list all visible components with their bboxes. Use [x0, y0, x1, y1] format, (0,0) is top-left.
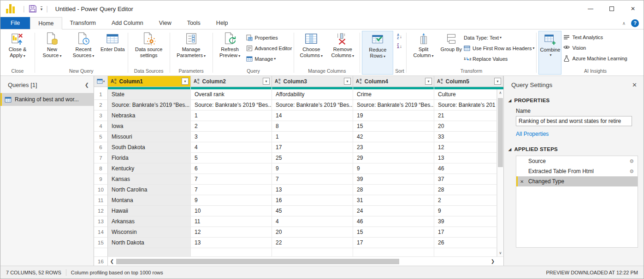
cell[interactable]: Montana — [108, 195, 191, 206]
cell[interactable]: 25 — [272, 153, 353, 163]
cell[interactable]: 42 — [353, 132, 434, 142]
column-header-column4[interactable]: ABCColumn4▾ — [353, 76, 434, 87]
cell[interactable]: 11 — [191, 216, 272, 227]
cell[interactable]: Wisconsin — [108, 227, 191, 238]
azure-machine-learning-button[interactable]: Azure Machine Learning — [563, 54, 627, 63]
row-number[interactable]: 10 — [94, 185, 108, 195]
sort-ascending-button[interactable]: AZ↓ — [397, 34, 402, 40]
close-and-apply-button[interactable]: Close & Apply▾ — [2, 31, 33, 58]
cell[interactable]: 22 — [272, 238, 353, 248]
cell[interactable]: Affordability — [272, 89, 353, 100]
applied-steps-section-header[interactable]: ◢ APPLIED STEPS — [508, 146, 644, 152]
cell[interactable]: 37 — [434, 174, 497, 185]
choose-columns-button[interactable]: Choose Columns▾ — [296, 31, 326, 58]
cell[interactable]: 46 — [434, 163, 497, 174]
help-icon[interactable]: ? — [631, 19, 639, 27]
use-first-row-as-headers-button[interactable]: Use First Row as Headers▾ — [464, 44, 534, 52]
cell[interactable]: 7 — [191, 174, 272, 185]
vision-button[interactable]: Vision — [563, 43, 627, 52]
cell[interactable]: Source: Bankrate’s 2019 “Bes... — [272, 100, 353, 110]
cell[interactable]: 23 — [353, 142, 434, 153]
gear-icon[interactable]: ⚙ — [629, 158, 634, 164]
cell[interactable]: 9 — [191, 195, 272, 206]
cell[interactable]: Florida — [108, 153, 191, 163]
properties-section-header[interactable]: ◢ PROPERTIES — [508, 98, 644, 103]
tab-home[interactable]: Home — [30, 17, 62, 29]
cell[interactable]: 45 — [272, 206, 353, 216]
combine-button[interactable]: Combine ▾ — [538, 31, 561, 75]
row-number[interactable]: 12 — [94, 206, 108, 216]
cell[interactable]: 19 — [353, 110, 434, 121]
minimize-button[interactable]: — — [580, 0, 601, 17]
recent-sources-button[interactable]: Recent Sources▾ — [68, 31, 99, 58]
save-icon[interactable] — [29, 5, 37, 13]
scroll-up-icon[interactable]: ∧ — [497, 89, 503, 96]
collapse-ribbon-icon[interactable]: ∧ — [622, 21, 626, 26]
replace-values-button[interactable]: 1↳2 Replace Values — [464, 54, 534, 63]
cell[interactable]: State — [108, 89, 191, 100]
split-column-button[interactable]: Split Column▾ — [408, 31, 439, 58]
cell[interactable]: 13 — [434, 153, 497, 163]
cell[interactable]: 9 — [434, 206, 497, 216]
close-button[interactable]: ✕ — [622, 0, 644, 17]
all-properties-link[interactable]: All Properties — [516, 131, 644, 137]
delete-step-icon[interactable]: ✕ — [520, 179, 524, 184]
column-header-column1[interactable]: ABCColumn1▾ — [108, 76, 191, 87]
horizontal-scroll-track[interactable] — [116, 258, 489, 265]
cell[interactable]: 15 — [353, 227, 434, 238]
scroll-right-icon[interactable]: ❯ — [489, 259, 497, 264]
row-number[interactable]: 8 — [94, 163, 108, 174]
tab-add-column[interactable]: Add Column — [104, 17, 151, 29]
advanced-editor-button[interactable]: Advanced Editor — [246, 44, 292, 52]
vertical-scrollbar[interactable]: ∧ ∨ — [497, 89, 503, 256]
cell[interactable]: Missouri — [108, 132, 191, 142]
applied-step[interactable]: Extracted Table From Html ⚙ — [516, 166, 638, 176]
cell[interactable]: 17 — [353, 238, 434, 248]
cell[interactable]: 7 — [272, 174, 353, 185]
tab-view[interactable]: View — [151, 17, 179, 29]
cell[interactable]: 17 — [434, 227, 497, 238]
cell[interactable]: 26 — [434, 238, 497, 248]
horizontal-scroll-thumb[interactable] — [116, 259, 399, 264]
collapse-pane-icon[interactable]: ❮ — [85, 82, 89, 88]
cell[interactable]: 20 — [434, 121, 497, 132]
cell[interactable]: 12 — [191, 227, 272, 238]
row-number[interactable]: 15 — [94, 238, 108, 248]
close-pane-icon[interactable]: ✕ — [632, 81, 637, 88]
cell[interactable]: Kansas — [108, 174, 191, 185]
cell[interactable]: 1 — [191, 110, 272, 121]
filter-icon[interactable]: ▾ — [344, 78, 351, 85]
data-source-settings-button[interactable]: Data source settings — [130, 31, 168, 58]
row-number[interactable]: 9 — [94, 174, 108, 185]
vertical-scroll-thumb[interactable] — [498, 98, 503, 167]
cell[interactable]: 4 — [191, 142, 272, 153]
applied-step[interactable]: ✕ Changed Type — [516, 176, 638, 186]
cell[interactable]: 29 — [353, 153, 434, 163]
vertical-scroll-track[interactable] — [497, 96, 503, 250]
cell[interactable]: Kentucky — [108, 163, 191, 174]
cell[interactable]: 20 — [272, 227, 353, 238]
cell[interactable]: 31 — [353, 195, 434, 206]
sort-descending-button[interactable]: ZA↓ — [397, 43, 402, 50]
cell[interactable]: Overall rank — [191, 89, 272, 100]
row-number[interactable]: 1 — [94, 89, 108, 100]
cell[interactable]: 17 — [272, 142, 353, 153]
manage-button[interactable]: Manage▾ — [246, 54, 292, 63]
cell[interactable]: 2 — [191, 121, 272, 132]
scroll-left-icon[interactable]: ❮ — [108, 259, 116, 264]
row-number[interactable]: 5 — [94, 132, 108, 142]
cell[interactable]: 6 — [191, 163, 272, 174]
row-number[interactable]: 2 — [94, 100, 108, 110]
filter-icon[interactable]: ▾ — [425, 78, 432, 85]
row-number[interactable]: 14 — [94, 227, 108, 238]
group-by-button[interactable]: Group By — [440, 31, 463, 52]
cell[interactable]: 39 — [434, 216, 497, 227]
column-header-column5[interactable]: ABCColumn5▾ — [434, 76, 503, 87]
tab-transform[interactable]: Transform — [62, 17, 104, 29]
cell[interactable]: 7 — [191, 185, 272, 195]
cell[interactable]: 13 — [191, 238, 272, 248]
filter-icon[interactable]: ▾ — [263, 78, 270, 85]
row-number[interactable]: 16 — [94, 257, 108, 266]
cell[interactable]: 9 — [272, 163, 353, 174]
tab-help[interactable]: Help — [208, 17, 236, 29]
